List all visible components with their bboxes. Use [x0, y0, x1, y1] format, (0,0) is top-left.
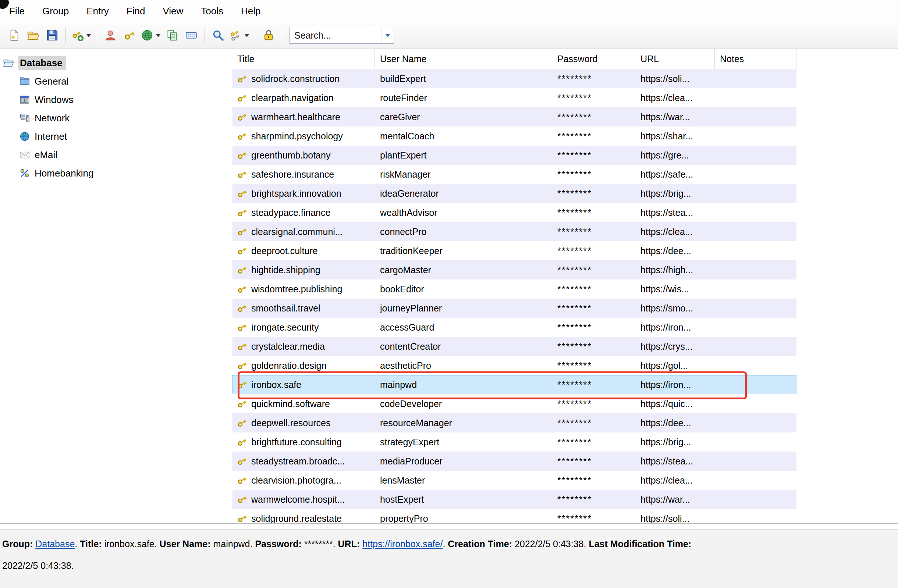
- toolbar-separator: [97, 28, 97, 43]
- status-field-label: Title:: [80, 539, 101, 549]
- search-dropdown-button[interactable]: [381, 27, 394, 43]
- status-separator: .: [75, 539, 80, 549]
- key-icon: [237, 226, 248, 237]
- open-database-button[interactable]: [23, 25, 43, 45]
- entry-row[interactable]: brightspark.innovationideaGenerator*****…: [232, 184, 797, 203]
- entry-row[interactable]: quickmind.softwarecodeDeveloper********h…: [232, 394, 797, 413]
- entry-row[interactable]: steadypace.financewealthAdvisor********h…: [232, 203, 797, 222]
- entry-row[interactable]: hightide.shippingcargoMaster********http…: [232, 260, 797, 279]
- entry-notes: [715, 356, 797, 375]
- status-link[interactable]: Database: [35, 539, 75, 549]
- folder-icon: [19, 76, 30, 87]
- column-header-user-name[interactable]: User Name: [375, 49, 552, 69]
- toolbar-separator: [205, 28, 205, 43]
- status-separator: .: [155, 539, 160, 549]
- entry-notes: [715, 413, 797, 433]
- entry-row[interactable]: sharpmind.psychologymentalCoach********h…: [232, 126, 797, 146]
- sidebar-item-network[interactable]: Network: [0, 109, 228, 127]
- entry-row[interactable]: steadystream.broadc...mediaProducer*****…: [232, 451, 797, 471]
- status-separator: .: [443, 539, 448, 549]
- column-header-title[interactable]: Title: [232, 49, 375, 69]
- search-input[interactable]: [290, 30, 381, 41]
- entry-row[interactable]: goldenratio.designaestheticPro********ht…: [232, 356, 797, 375]
- entry-row[interactable]: irongate.securityaccessGuard********http…: [232, 318, 797, 337]
- key-icon: [237, 150, 248, 161]
- auto-type-button[interactable]: [182, 25, 201, 45]
- entry-row[interactable]: warmheart.healthcarecareGiver********htt…: [232, 107, 797, 126]
- entry-row[interactable]: solidground.realestatepropertyPro*******…: [232, 509, 797, 523]
- menu-help[interactable]: Help: [241, 6, 260, 17]
- menu-tools[interactable]: Tools: [201, 6, 223, 17]
- lock-workspace-button[interactable]: [259, 25, 278, 45]
- entry-notes: [715, 184, 797, 203]
- entry-username: careGiver: [375, 107, 552, 126]
- find-button[interactable]: [209, 25, 228, 45]
- status-value: ********: [304, 539, 333, 549]
- sidebar-item-windows[interactable]: Windows: [0, 91, 228, 109]
- duplicate-entry-button[interactable]: [163, 25, 182, 45]
- column-header-url[interactable]: URL: [635, 49, 715, 69]
- entry-password: ********: [552, 318, 635, 337]
- entry-row[interactable]: brightfuture.consultingstrategyExpert***…: [232, 433, 797, 451]
- sidebar-item-internet[interactable]: Internet: [0, 127, 228, 146]
- sidebar-item-homebanking[interactable]: Homebanking: [0, 164, 228, 183]
- entry-password: ********: [552, 433, 635, 451]
- key-icon: [237, 379, 248, 390]
- status-value: 2022/2/5 0:43:38: [515, 539, 584, 549]
- entry-row[interactable]: crystalclear.mediacontentCreator********…: [232, 337, 797, 356]
- password-generator-button[interactable]: [228, 25, 251, 45]
- menu-group[interactable]: Group: [42, 6, 69, 17]
- entry-title: safeshore.insurance: [251, 169, 334, 180]
- entry-notes: [715, 222, 797, 241]
- open-url-button[interactable]: [139, 25, 163, 45]
- entry-password: ********: [552, 88, 635, 107]
- new-database-button[interactable]: [5, 25, 23, 45]
- windows-icon: [19, 94, 30, 105]
- entry-notes: [715, 279, 797, 299]
- entry-row[interactable]: wisdomtree.publishingbookEditor********h…: [232, 279, 797, 299]
- entry-row[interactable]: clearpath.navigationrouteFinder********h…: [232, 88, 797, 107]
- entry-row[interactable]: clearvision.photogra...lensMaster*******…: [232, 471, 797, 490]
- entry-row[interactable]: deepwell.resourcesresourceManager*******…: [232, 413, 797, 433]
- entry-username: buildExpert: [375, 69, 552, 88]
- entry-username: riskManager: [375, 165, 552, 184]
- copy-password-button[interactable]: [120, 25, 139, 45]
- entry-row[interactable]: solidrock.constructionbuildExpert*******…: [232, 69, 797, 88]
- status-separator: .: [584, 539, 589, 549]
- copy-username-button[interactable]: [101, 25, 120, 45]
- entry-url: https://war...: [635, 107, 715, 126]
- entry-row[interactable]: deeproot.culturetraditionKeeper********h…: [232, 241, 797, 260]
- entry-title: deeproot.culture: [251, 246, 318, 256]
- entry-password: ********: [552, 69, 635, 88]
- sidebar-item-database[interactable]: Database: [0, 54, 228, 72]
- entry-title: solidrock.construction: [251, 74, 340, 84]
- entry-row[interactable]: smoothsail.traveljourneyPlanner********h…: [232, 299, 797, 318]
- toolbar-buttons: [5, 25, 286, 45]
- entry-title: ironbox.safe: [251, 379, 301, 390]
- add-entry-button[interactable]: [69, 25, 93, 45]
- entry-url: https://clea...: [635, 222, 715, 241]
- save-database-button[interactable]: [43, 25, 62, 45]
- menu-find[interactable]: Find: [126, 6, 145, 17]
- entry-row[interactable]: safeshore.insuranceriskManager********ht…: [232, 165, 797, 184]
- sidebar-item-general[interactable]: General: [0, 72, 228, 91]
- menu-view[interactable]: View: [163, 6, 183, 17]
- key-icon: [237, 188, 248, 199]
- entry-row[interactable]: clearsignal.communi...connectPro********…: [232, 222, 797, 241]
- key-icon: [237, 475, 248, 486]
- entry-list-header: TitleUser NamePasswordURLNotes: [232, 49, 898, 69]
- menu-file[interactable]: File: [9, 6, 25, 17]
- entry-row[interactable]: greenthumb.botanyplantExpert********http…: [232, 146, 797, 165]
- entry-url: https://brig...: [635, 433, 715, 451]
- entry-username: routeFinder: [375, 88, 552, 107]
- sidebar-item-email[interactable]: eMail: [0, 146, 228, 164]
- entry-notes: [715, 490, 797, 509]
- entry-row-selected[interactable]: ironbox.safemainpwd********https://iron.…: [232, 375, 797, 394]
- column-header-password[interactable]: Password: [552, 49, 635, 69]
- entry-title: solidground.realestate: [251, 513, 342, 524]
- status-link[interactable]: https://ironbox.safe/: [362, 539, 443, 549]
- column-header-notes[interactable]: Notes: [715, 49, 797, 69]
- entry-row[interactable]: warmwelcome.hospit...hostExpert********h…: [232, 490, 797, 509]
- menu-entry[interactable]: Entry: [86, 6, 109, 17]
- panel-splitter[interactable]: [228, 49, 232, 523]
